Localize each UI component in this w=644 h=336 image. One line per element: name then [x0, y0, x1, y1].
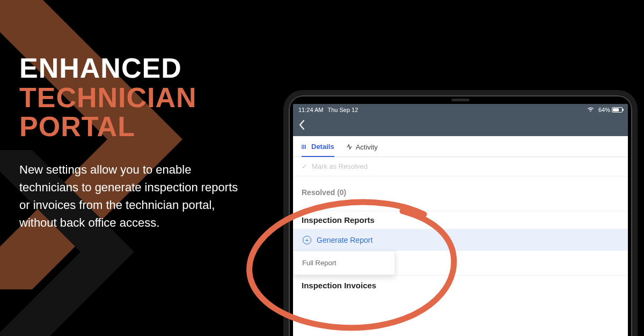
status-bar: 11:24 AM Thu Sep 12 64% — [293, 104, 628, 116]
generate-report-button[interactable]: + Generate Report — [293, 229, 628, 251]
tab-activity[interactable]: Activity — [346, 143, 378, 156]
mark-resolved-label: Mark as Resolved — [312, 162, 368, 170]
section-inspection-reports: Inspection Reports — [293, 211, 628, 229]
dropdown-full-report[interactable]: Full Report — [294, 251, 394, 274]
check-icon: ✓ — [302, 162, 308, 170]
body-copy: New settings allow you to enable technic… — [19, 161, 245, 232]
mark-resolved-row[interactable]: ✓ Mark as Resolved — [293, 157, 628, 176]
status-time: 11:24 AM — [298, 107, 323, 113]
app-navbar — [293, 116, 628, 136]
headline-block: ENHANCED TECHNICIAN PORTAL New settings … — [19, 54, 266, 232]
tablet-screen: 11:24 AM Thu Sep 12 64% — [293, 104, 628, 336]
tab-details-label: Details — [311, 143, 334, 151]
promo-slide: ENHANCED TECHNICIAN PORTAL New settings … — [0, 0, 644, 336]
headline-line2a: TECHNICIAN — [19, 83, 266, 113]
tablet-camera — [451, 99, 470, 101]
battery-pct: 64% — [598, 107, 610, 113]
section-inspection-invoices: Inspection Invoices — [293, 275, 628, 295]
resolved-count: Resolved (0) — [293, 176, 628, 211]
headline-line1: ENHANCED — [19, 54, 266, 83]
headline-line2b: PORTAL — [19, 112, 266, 141]
content-area: Details Activity ✓ Mark as Resolved Reso… — [293, 136, 628, 295]
activity-icon — [346, 144, 353, 150]
status-date: Thu Sep 12 — [327, 107, 358, 113]
tab-details[interactable]: Details — [302, 143, 334, 157]
details-icon — [302, 144, 308, 150]
tab-bar: Details Activity — [293, 136, 628, 157]
plus-circle-icon: + — [303, 236, 311, 244]
generate-report-label: Generate Report — [317, 236, 372, 244]
battery-indicator: 64% — [598, 107, 623, 113]
report-dropdown: Full Report — [293, 251, 395, 275]
wifi-icon — [587, 107, 594, 113]
tablet-frame: 11:24 AM Thu Sep 12 64% — [283, 90, 638, 336]
tab-activity-label: Activity — [356, 143, 378, 151]
battery-icon — [612, 107, 623, 113]
back-button[interactable] — [298, 120, 305, 133]
